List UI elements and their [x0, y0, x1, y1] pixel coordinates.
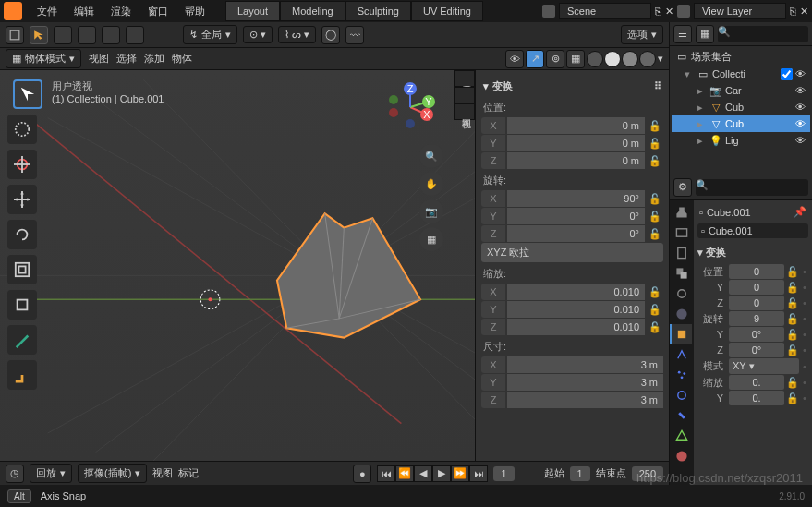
- p-pos-z[interactable]: 0: [729, 296, 784, 310]
- workspace-sculpting[interactable]: Sculpting: [345, 1, 411, 21]
- pivot-dropdown[interactable]: ⊙ ▾: [243, 26, 273, 43]
- outliner-search[interactable]: 🔍: [718, 26, 808, 42]
- tab-constraint-icon[interactable]: [670, 405, 692, 426]
- p-scale-x[interactable]: 0.: [729, 375, 784, 390]
- sidetab-item[interactable]: 项目: [454, 70, 475, 87]
- tool-rotate[interactable]: [7, 220, 37, 249]
- tool-move[interactable]: [7, 185, 37, 214]
- tool-select[interactable]: [7, 115, 37, 144]
- overlay-toggle-icon[interactable]: ⊚: [546, 50, 564, 68]
- outliner-type-icon[interactable]: ☰: [673, 25, 692, 43]
- outliner-display-icon[interactable]: ▦: [696, 25, 714, 43]
- pos-y-field[interactable]: 0 m: [507, 135, 645, 151]
- sidetab-tool[interactable]: 工具: [454, 87, 475, 103]
- rot-z-field[interactable]: 0°: [507, 225, 645, 242]
- play-fwd-icon[interactable]: ▶: [432, 465, 451, 482]
- pos-x-lock-icon[interactable]: 🔓: [647, 120, 663, 132]
- tool-measure[interactable]: [7, 360, 37, 390]
- tree-item-light[interactable]: ▸💡Lig👁: [672, 132, 810, 149]
- tab-viewlayer-icon[interactable]: [670, 263, 692, 284]
- add-menu[interactable]: 添加: [144, 52, 164, 66]
- data-name-row[interactable]: ▫Cube.001: [697, 223, 808, 238]
- orientation-dropdown[interactable]: ↯ 全局 ▾: [183, 25, 237, 44]
- lock-icon[interactable]: 🔓: [786, 392, 799, 404]
- shading-dropdown-icon[interactable]: ▾: [658, 53, 663, 65]
- tool-annotate[interactable]: [7, 325, 37, 355]
- p-scale-y[interactable]: 0.: [729, 391, 784, 405]
- scale-z-field[interactable]: 0.010: [507, 319, 645, 335]
- select-mode-3-icon[interactable]: [102, 26, 120, 44]
- keying-dropdown[interactable]: 抠像(插帧) ▾: [78, 464, 147, 483]
- rot-y-field[interactable]: 0°: [507, 208, 645, 224]
- scale-x-field[interactable]: 0.010: [507, 284, 645, 300]
- scene-copy-icon[interactable]: ⎘: [655, 6, 661, 17]
- tool-scale[interactable]: [7, 255, 37, 284]
- curve-icon[interactable]: 〰: [345, 26, 364, 44]
- scale-y-field[interactable]: 0.010: [507, 301, 645, 318]
- select-mode-4-icon[interactable]: [126, 26, 144, 44]
- workspace-layout[interactable]: Layout: [225, 1, 280, 21]
- rot-x-lock-icon[interactable]: 🔓: [647, 193, 663, 205]
- viewlayer-copy-icon[interactable]: ⎘: [790, 6, 796, 17]
- playback-dropdown[interactable]: 回放 ▾: [30, 464, 72, 483]
- timeline-marker-menu[interactable]: 标记: [178, 466, 199, 480]
- xray-icon[interactable]: ▦: [566, 50, 585, 68]
- lock-icon[interactable]: 🔓: [786, 266, 799, 278]
- prev-key-icon[interactable]: ⏪: [395, 465, 414, 482]
- pos-y-lock-icon[interactable]: 🔓: [647, 138, 663, 150]
- proportional-icon[interactable]: ◯: [321, 26, 340, 44]
- scene-icon[interactable]: [542, 5, 555, 18]
- collection-checkbox[interactable]: [781, 68, 793, 80]
- eye-icon[interactable]: 👁: [795, 85, 808, 96]
- scene-name-field[interactable]: Scene: [559, 3, 651, 19]
- eye-icon[interactable]: 👁: [795, 102, 808, 113]
- visibility-icon[interactable]: 👁: [505, 50, 524, 68]
- timeline-editor-icon[interactable]: ◷: [6, 465, 24, 483]
- p-pos-y[interactable]: 0: [729, 280, 784, 295]
- workspace-modeling[interactable]: Modeling: [280, 1, 345, 21]
- tab-material-icon[interactable]: [670, 446, 692, 466]
- editor-type-icon[interactable]: [6, 26, 24, 44]
- tab-tool-icon[interactable]: [670, 202, 692, 223]
- p-rot-x[interactable]: 9: [729, 311, 784, 326]
- mode-dropdown[interactable]: ▦ 物体模式 ▾: [6, 49, 81, 68]
- select-mode-2-icon[interactable]: [78, 26, 96, 44]
- perspective-toggle-icon[interactable]: ▦: [419, 227, 443, 251]
- select-menu[interactable]: 选择: [116, 52, 137, 66]
- pos-z-lock-icon[interactable]: 🔓: [647, 155, 663, 167]
- object-name[interactable]: Cube.001: [707, 207, 751, 218]
- p-rot-z[interactable]: 0°: [729, 343, 784, 357]
- snap-dropdown[interactable]: ⌇ ᔕ ▾: [278, 26, 316, 43]
- menu-window[interactable]: 窗口: [140, 2, 176, 21]
- current-frame-field[interactable]: 1: [493, 466, 514, 481]
- lock-icon[interactable]: 🔓: [786, 297, 799, 309]
- rot-y-lock-icon[interactable]: 🔓: [647, 211, 663, 223]
- tree-item-cube-2[interactable]: ▸▽Cub👁: [672, 115, 810, 132]
- menu-help[interactable]: 帮助: [177, 2, 212, 21]
- tree-collection[interactable]: ▾▭Collecti👁: [672, 66, 810, 82]
- rotation-mode-dropdown[interactable]: XYZ 欧拉: [481, 243, 663, 262]
- options-dropdown[interactable]: 选项 ▾: [621, 25, 663, 44]
- tool-transform[interactable]: [7, 290, 37, 320]
- gizmo-toggle-icon[interactable]: ↗: [526, 50, 544, 68]
- menu-edit[interactable]: 编辑: [67, 2, 102, 21]
- viewlayer-icon[interactable]: [677, 5, 690, 18]
- tab-modifier-icon[interactable]: [670, 344, 692, 365]
- eye-icon[interactable]: 👁: [795, 135, 808, 146]
- transform-panel-title[interactable]: ▾ 变换⠿: [481, 76, 663, 97]
- tab-output-icon[interactable]: [670, 243, 692, 263]
- tab-world-icon[interactable]: [670, 304, 692, 324]
- scale-x-lock-icon[interactable]: 🔓: [647, 286, 663, 298]
- tab-object-icon[interactable]: [670, 324, 692, 344]
- scale-z-lock-icon[interactable]: 🔓: [647, 321, 663, 333]
- viewlayer-close-icon[interactable]: ✕: [800, 6, 808, 18]
- zoom-icon[interactable]: 🔍: [419, 144, 443, 168]
- start-frame-field[interactable]: 1: [570, 466, 590, 481]
- pos-z-field[interactable]: 0 m: [507, 152, 645, 169]
- end-frame-field[interactable]: 250: [632, 466, 663, 481]
- viewlayer-field[interactable]: View Layer: [694, 3, 786, 19]
- wireframe-shading[interactable]: [587, 51, 603, 67]
- camera-view-icon[interactable]: 📷: [419, 199, 443, 223]
- object-menu[interactable]: 物体: [172, 52, 192, 66]
- editor-corner-icon[interactable]: [13, 79, 42, 109]
